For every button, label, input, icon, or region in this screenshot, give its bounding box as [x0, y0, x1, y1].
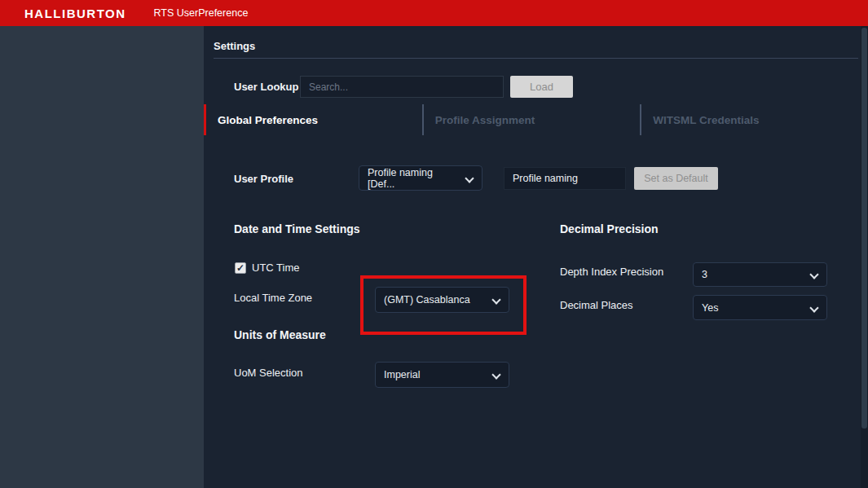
depth-index-precision-value: 3: [702, 269, 707, 280]
chevron-down-icon: [465, 174, 474, 182]
uom-selection-value: Imperial: [384, 369, 420, 380]
tab-bar: Global Preferences Profile Assignment WI…: [204, 104, 858, 135]
utc-time-label: UTC Time: [252, 262, 300, 274]
date-time-settings-heading: Date and Time Settings: [234, 222, 360, 235]
decimal-places-value: Yes: [702, 302, 718, 314]
tab-global-preferences-label: Global Preferences: [218, 114, 318, 126]
tab-profile-assignment[interactable]: Profile Assignment: [422, 104, 641, 135]
tab-profile-assignment-label: Profile Assignment: [435, 114, 535, 126]
settings-panel: Settings User Lookup Load Global Prefere…: [204, 26, 868, 488]
sidebar: [0, 26, 204, 488]
decimal-places-label: Decimal Places: [560, 299, 633, 311]
tab-witsml-credentials[interactable]: WITSML Credentials: [640, 104, 858, 135]
halliburton-logo: HALLIBURTON: [24, 7, 126, 20]
app-title: RTS UserPreference: [154, 7, 249, 19]
tab-global-preferences[interactable]: Global Preferences: [204, 104, 422, 135]
utc-time-checkbox[interactable]: ✓: [235, 262, 246, 274]
scrollbar-thumb[interactable]: [861, 28, 867, 429]
units-of-measure-heading: Units of Measure: [234, 328, 326, 341]
chevron-down-icon: [492, 371, 500, 379]
scrollbar-track[interactable]: [861, 26, 868, 488]
chevron-down-icon: [492, 296, 500, 304]
decimal-places-dropdown[interactable]: Yes: [693, 295, 827, 320]
user-lookup-search-input[interactable]: [300, 76, 504, 98]
app-window: HALLIBURTON RTS UserPreference Settings …: [0, 0, 868, 488]
user-lookup-label: User Lookup: [234, 81, 298, 93]
decimal-precision-heading: Decimal Precision: [560, 222, 659, 235]
local-time-zone-dropdown[interactable]: (GMT) Casablanca: [375, 287, 509, 313]
set-as-default-button[interactable]: Set as Default: [634, 167, 718, 190]
load-button[interactable]: Load: [510, 76, 573, 98]
top-bar: HALLIBURTON RTS UserPreference: [0, 0, 868, 26]
utc-time-field: ✓ UTC Time: [235, 262, 300, 274]
tab-witsml-credentials-label: WITSML Credentials: [653, 114, 759, 126]
title-divider: [214, 58, 858, 59]
local-time-zone-label: Local Time Zone: [234, 292, 312, 304]
chevron-down-icon: [810, 270, 818, 279]
uom-selection-dropdown[interactable]: Imperial: [375, 362, 509, 388]
page-title: Settings: [214, 40, 255, 52]
chevron-down-icon: [810, 304, 818, 312]
user-profile-label: User Profile: [234, 173, 293, 185]
local-time-zone-value: (GMT) Casablanca: [384, 294, 470, 306]
depth-index-precision-label: Depth Index Precision: [560, 266, 663, 278]
profile-name-input[interactable]: [504, 167, 626, 190]
user-profile-dropdown-value: Profile naming [Def...: [368, 167, 459, 190]
uom-selection-label: UoM Selection: [234, 367, 303, 379]
depth-index-precision-dropdown[interactable]: 3: [693, 262, 827, 287]
user-profile-dropdown[interactable]: Profile naming [Def...: [359, 165, 482, 191]
